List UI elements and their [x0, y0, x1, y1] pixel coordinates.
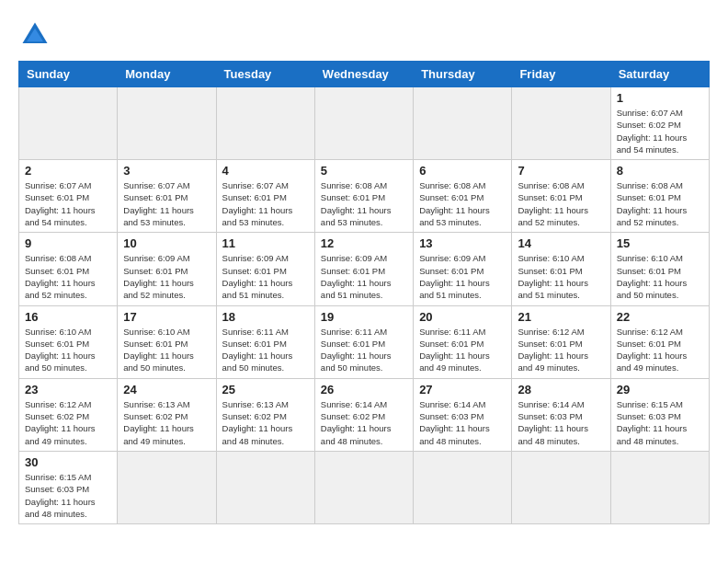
calendar-cell: 16Sunrise: 6:10 AM Sunset: 6:01 PM Dayli…: [19, 305, 118, 378]
page-header: [18, 18, 710, 52]
calendar-cell: [19, 87, 118, 160]
calendar-cell: [512, 87, 610, 160]
day-number: 6: [419, 164, 506, 178]
calendar-body: 1Sunrise: 6:07 AM Sunset: 6:02 PM Daylig…: [19, 87, 710, 524]
day-info: Sunrise: 6:09 AM Sunset: 6:01 PM Dayligh…: [321, 252, 407, 301]
calendar-cell: 3Sunrise: 6:07 AM Sunset: 6:01 PM Daylig…: [118, 160, 216, 233]
calendar-week-2: 2Sunrise: 6:07 AM Sunset: 6:01 PM Daylig…: [19, 160, 710, 233]
day-info: Sunrise: 6:12 AM Sunset: 6:01 PM Dayligh…: [617, 326, 703, 374]
calendar-cell: [118, 87, 216, 160]
day-info: Sunrise: 6:08 AM Sunset: 6:01 PM Dayligh…: [518, 179, 604, 228]
day-number: 12: [321, 236, 407, 250]
day-number: 15: [617, 236, 703, 250]
day-info: Sunrise: 6:13 AM Sunset: 6:02 PM Dayligh…: [123, 398, 210, 447]
day-of-week-friday: Friday: [512, 62, 610, 87]
calendar-cell: 30Sunrise: 6:15 AM Sunset: 6:03 PM Dayli…: [19, 451, 118, 523]
day-number: 3: [123, 164, 210, 178]
day-of-week-tuesday: Tuesday: [216, 62, 314, 87]
day-number: 17: [123, 310, 210, 324]
day-of-week-sunday: Sunday: [19, 62, 118, 87]
calendar-cell: [414, 87, 512, 160]
calendar-cell: [414, 451, 512, 523]
calendar-cell: 7Sunrise: 6:08 AM Sunset: 6:01 PM Daylig…: [512, 160, 610, 233]
day-number: 26: [321, 383, 407, 396]
calendar-week-3: 9Sunrise: 6:08 AM Sunset: 6:01 PM Daylig…: [19, 233, 710, 305]
day-number: 14: [518, 236, 604, 250]
day-number: 21: [518, 310, 604, 324]
calendar-cell: 2Sunrise: 6:07 AM Sunset: 6:01 PM Daylig…: [19, 160, 118, 233]
day-number: 11: [222, 236, 309, 250]
calendar-cell: 28Sunrise: 6:14 AM Sunset: 6:03 PM Dayli…: [512, 378, 610, 451]
day-number: 22: [617, 310, 703, 324]
day-info: Sunrise: 6:08 AM Sunset: 6:01 PM Dayligh…: [25, 252, 111, 301]
calendar-cell: 10Sunrise: 6:09 AM Sunset: 6:01 PM Dayli…: [118, 233, 216, 305]
calendar-cell: 22Sunrise: 6:12 AM Sunset: 6:01 PM Dayli…: [610, 305, 709, 378]
day-info: Sunrise: 6:14 AM Sunset: 6:03 PM Dayligh…: [518, 398, 604, 447]
day-number: 10: [123, 236, 210, 250]
day-info: Sunrise: 6:07 AM Sunset: 6:02 PM Dayligh…: [617, 107, 703, 155]
day-info: Sunrise: 6:14 AM Sunset: 6:02 PM Dayligh…: [321, 398, 407, 447]
day-number: 5: [321, 164, 407, 178]
day-info: Sunrise: 6:07 AM Sunset: 6:01 PM Dayligh…: [25, 179, 111, 228]
day-number: 9: [25, 236, 111, 250]
day-number: 29: [617, 383, 703, 396]
calendar-cell: 12Sunrise: 6:09 AM Sunset: 6:01 PM Dayli…: [314, 233, 413, 305]
calendar-week-5: 23Sunrise: 6:12 AM Sunset: 6:02 PM Dayli…: [19, 378, 710, 451]
calendar-cell: 15Sunrise: 6:10 AM Sunset: 6:01 PM Dayli…: [610, 233, 709, 305]
calendar-cell: 25Sunrise: 6:13 AM Sunset: 6:02 PM Dayli…: [216, 378, 314, 451]
day-info: Sunrise: 6:15 AM Sunset: 6:03 PM Dayligh…: [617, 398, 703, 447]
calendar-cell: 13Sunrise: 6:09 AM Sunset: 6:01 PM Dayli…: [414, 233, 512, 305]
day-number: 1: [617, 91, 703, 105]
logo-icon: [18, 18, 51, 52]
calendar-cell: 6Sunrise: 6:08 AM Sunset: 6:01 PM Daylig…: [414, 160, 512, 233]
days-of-week-row: SundayMondayTuesdayWednesdayThursdayFrid…: [19, 62, 710, 87]
calendar-week-4: 16Sunrise: 6:10 AM Sunset: 6:01 PM Dayli…: [19, 305, 710, 378]
day-number: 13: [419, 236, 506, 250]
day-number: 20: [419, 310, 506, 324]
calendar-cell: 23Sunrise: 6:12 AM Sunset: 6:02 PM Dayli…: [19, 378, 118, 451]
calendar-cell: 11Sunrise: 6:09 AM Sunset: 6:01 PM Dayli…: [216, 233, 314, 305]
calendar-cell: 19Sunrise: 6:11 AM Sunset: 6:01 PM Dayli…: [314, 305, 413, 378]
day-of-week-wednesday: Wednesday: [314, 62, 413, 87]
day-number: 25: [222, 383, 309, 396]
calendar-cell: [216, 451, 314, 523]
calendar-cell: [118, 451, 216, 523]
day-info: Sunrise: 6:10 AM Sunset: 6:01 PM Dayligh…: [518, 252, 604, 301]
calendar-cell: [610, 451, 709, 523]
day-info: Sunrise: 6:08 AM Sunset: 6:01 PM Dayligh…: [321, 179, 407, 228]
day-number: 19: [321, 310, 407, 324]
calendar-cell: 21Sunrise: 6:12 AM Sunset: 6:01 PM Dayli…: [512, 305, 610, 378]
day-number: 7: [518, 164, 604, 178]
day-of-week-thursday: Thursday: [414, 62, 512, 87]
day-number: 4: [222, 164, 309, 178]
calendar-week-1: 1Sunrise: 6:07 AM Sunset: 6:02 PM Daylig…: [19, 87, 710, 160]
day-number: 2: [25, 164, 111, 178]
day-number: 30: [25, 455, 111, 469]
calendar-cell: [216, 87, 314, 160]
day-number: 16: [25, 310, 111, 324]
calendar-cell: 4Sunrise: 6:07 AM Sunset: 6:01 PM Daylig…: [216, 160, 314, 233]
day-info: Sunrise: 6:13 AM Sunset: 6:02 PM Dayligh…: [222, 398, 309, 447]
day-info: Sunrise: 6:10 AM Sunset: 6:01 PM Dayligh…: [25, 326, 111, 374]
day-info: Sunrise: 6:15 AM Sunset: 6:03 PM Dayligh…: [25, 471, 111, 520]
day-info: Sunrise: 6:07 AM Sunset: 6:01 PM Dayligh…: [222, 179, 309, 228]
day-info: Sunrise: 6:12 AM Sunset: 6:01 PM Dayligh…: [518, 326, 604, 374]
day-info: Sunrise: 6:14 AM Sunset: 6:03 PM Dayligh…: [419, 398, 506, 447]
calendar-cell: 27Sunrise: 6:14 AM Sunset: 6:03 PM Dayli…: [414, 378, 512, 451]
calendar-cell: 9Sunrise: 6:08 AM Sunset: 6:01 PM Daylig…: [19, 233, 118, 305]
day-number: 18: [222, 310, 309, 324]
calendar-cell: 29Sunrise: 6:15 AM Sunset: 6:03 PM Dayli…: [610, 378, 709, 451]
day-info: Sunrise: 6:08 AM Sunset: 6:01 PM Dayligh…: [419, 179, 506, 228]
calendar-cell: 26Sunrise: 6:14 AM Sunset: 6:02 PM Dayli…: [314, 378, 413, 451]
day-number: 27: [419, 383, 506, 396]
day-number: 28: [518, 383, 604, 396]
day-info: Sunrise: 6:10 AM Sunset: 6:01 PM Dayligh…: [617, 252, 703, 301]
day-info: Sunrise: 6:09 AM Sunset: 6:01 PM Dayligh…: [222, 252, 309, 301]
calendar-cell: [314, 87, 413, 160]
day-info: Sunrise: 6:08 AM Sunset: 6:01 PM Dayligh…: [617, 179, 703, 228]
calendar-week-6: 30Sunrise: 6:15 AM Sunset: 6:03 PM Dayli…: [19, 451, 710, 523]
day-info: Sunrise: 6:11 AM Sunset: 6:01 PM Dayligh…: [321, 326, 407, 374]
day-info: Sunrise: 6:07 AM Sunset: 6:01 PM Dayligh…: [123, 179, 210, 228]
day-info: Sunrise: 6:09 AM Sunset: 6:01 PM Dayligh…: [419, 252, 506, 301]
day-of-week-saturday: Saturday: [610, 62, 709, 87]
